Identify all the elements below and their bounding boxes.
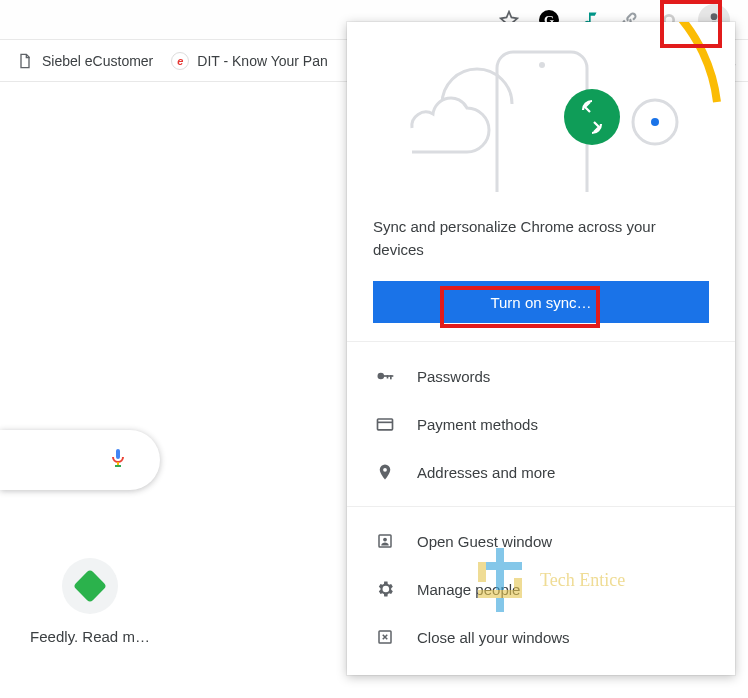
menu-item-passwords[interactable]: Passwords: [347, 352, 735, 400]
svg-rect-27: [116, 449, 120, 459]
svg-rect-33: [478, 562, 486, 582]
turn-on-sync-button[interactable]: Turn on sync…: [373, 281, 709, 323]
svg-point-25: [383, 538, 387, 542]
svg-rect-34: [514, 578, 522, 598]
close-windows-icon: [375, 627, 395, 647]
card-icon: [375, 414, 395, 434]
bookmark-label: DIT - Know Your Pan: [197, 53, 327, 69]
ntp-shortcut[interactable]: Feedly. Read m…: [30, 558, 150, 645]
menu-item-payment[interactable]: Payment methods: [347, 400, 735, 448]
autofill-menu: Passwords Payment methods Addresses and …: [347, 342, 735, 506]
svg-point-2: [711, 13, 718, 20]
svg-rect-30: [496, 548, 504, 612]
popover-hero-illustration: [347, 22, 735, 192]
bookmark-item[interactable]: e DIT - Know Your Pan: [171, 52, 327, 70]
bookmark-item[interactable]: Siebel eCustomer: [16, 52, 153, 70]
svg-point-17: [378, 373, 385, 380]
voice-search-icon[interactable]: [106, 446, 130, 474]
guest-icon: [375, 531, 395, 551]
svg-rect-18: [383, 375, 393, 377]
location-icon: [375, 462, 395, 482]
watermark: Tech Entice: [470, 540, 625, 620]
menu-label: Payment methods: [417, 416, 538, 433]
svg-point-23: [383, 468, 387, 472]
feedly-icon: [62, 558, 118, 614]
svg-rect-20: [387, 375, 389, 378]
svg-point-14: [564, 89, 620, 145]
menu-label: Passwords: [417, 368, 490, 385]
file-icon: [16, 52, 34, 70]
sync-description: Sync and personalize Chrome across your …: [347, 192, 735, 269]
svg-rect-21: [378, 419, 393, 430]
menu-label: Close all your windows: [417, 629, 570, 646]
svg-point-13: [539, 62, 545, 68]
menu-label: Addresses and more: [417, 464, 555, 481]
gear-icon: [375, 579, 395, 599]
search-box[interactable]: [0, 430, 160, 490]
shortcut-label: Feedly. Read m…: [30, 628, 150, 645]
svg-rect-19: [390, 375, 392, 379]
svg-point-16: [651, 118, 659, 126]
menu-item-addresses[interactable]: Addresses and more: [347, 448, 735, 496]
menu-item-close-windows[interactable]: Close all your windows: [347, 613, 735, 661]
bookmark-label: Siebel eCustomer: [42, 53, 153, 69]
key-icon: [375, 366, 395, 386]
dit-icon: e: [171, 52, 189, 70]
